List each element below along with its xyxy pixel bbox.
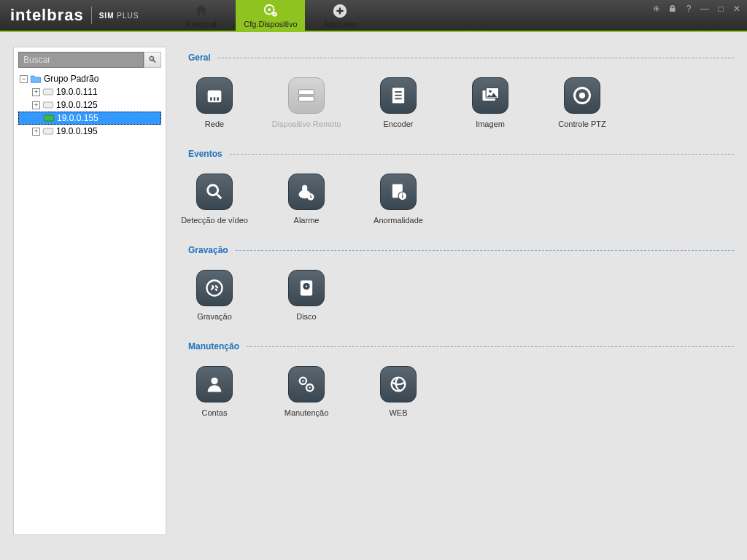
folder-icon [30, 74, 42, 84]
section-title: Gravação [188, 245, 734, 255]
item-label: WEB [389, 408, 407, 417]
item-disco[interactable]: Disco [286, 270, 327, 321]
svg-rect-14 [299, 96, 314, 101]
record-tools-icon [196, 270, 233, 306]
home-icon [193, 3, 209, 19]
window-controls: ⛯ 🔒︎ ? — □ ✕ [652, 4, 741, 14]
section-title: Geral [188, 52, 734, 63]
disk-icon [288, 270, 325, 306]
tree-node-selected[interactable]: 19.0.0.155 [18, 112, 161, 125]
collapse-icon[interactable]: − [20, 75, 28, 83]
maximize-icon[interactable]: □ [716, 4, 725, 14]
svg-rect-11 [214, 97, 215, 101]
svg-point-24 [208, 185, 218, 195]
item-label: Manutenção [285, 408, 329, 417]
svg-point-21 [489, 90, 492, 93]
item-anormalidade[interactable]: i Anormalidade [378, 174, 419, 225]
svg-rect-16 [395, 91, 401, 93]
svg-point-1 [268, 8, 271, 11]
help-icon[interactable]: ? [684, 4, 693, 14]
logo-separator [91, 7, 92, 24]
tab-adicionar[interactable]: Adicionar [305, 0, 374, 31]
logo-area: intelbras SIM PLUS [0, 0, 149, 31]
item-web[interactable]: WEB [378, 366, 419, 417]
item-label: Contas [202, 408, 228, 417]
section-geral: Geral Rede Dispositivo Remoto [188, 52, 734, 128]
svg-rect-26 [302, 185, 307, 194]
tree-node-label: 19.0.0.111 [56, 87, 98, 97]
section-title: Manutenção [188, 341, 734, 351]
lock-icon[interactable]: 🔒︎ [668, 4, 677, 14]
device-icon [42, 100, 54, 110]
item-deteccao-video[interactable]: Detecção de vídeo [194, 174, 235, 225]
close-icon[interactable]: ✕ [732, 4, 741, 14]
ptz-icon [564, 77, 600, 114]
expand-icon[interactable]: + [32, 101, 40, 109]
item-alarme[interactable]: Alarme [286, 174, 327, 225]
device-on-icon [43, 113, 55, 123]
product-name: SIM PLUS [99, 12, 139, 20]
expand-icon[interactable]: + [32, 128, 40, 136]
plus-circle-icon [332, 3, 348, 19]
item-label: Detecção de vídeo [181, 216, 248, 225]
svg-rect-12 [217, 97, 219, 101]
device-icon [42, 87, 54, 97]
item-imagem[interactable]: Imagem [470, 77, 511, 128]
tab-cfg-label: Cfg.Dispositivo [244, 20, 297, 28]
expand-icon[interactable]: + [32, 88, 40, 96]
tree-node[interactable]: + 19.0.0.195 [18, 125, 161, 138]
item-manutencao[interactable]: Manutenção [286, 366, 327, 417]
tree-root[interactable]: − Grupo Padrão [18, 72, 161, 85]
main-tabs: Principal Cfg.Dispositivo Adicionar [166, 0, 374, 31]
minimize-icon[interactable]: — [700, 4, 709, 14]
item-label: Encoder [384, 120, 414, 128]
item-gravacao[interactable]: Gravação [194, 270, 235, 321]
item-label: Controle PTZ [558, 120, 605, 128]
item-label: Dispositivo Remoto [272, 120, 341, 128]
svg-point-34 [306, 286, 307, 287]
item-controle-ptz[interactable]: Controle PTZ [562, 77, 603, 128]
tree-node[interactable]: + 19.0.0.111 [18, 85, 161, 98]
item-contas[interactable]: Contas [194, 366, 235, 417]
encoder-icon [380, 77, 417, 114]
item-encoder[interactable]: Encoder [378, 77, 419, 128]
svg-rect-5 [43, 89, 53, 95]
abnormality-icon: i [380, 174, 417, 210]
tab-principal[interactable]: Principal [166, 0, 236, 31]
svg-rect-7 [44, 115, 53, 121]
magnifier-icon: 🔍︎ [148, 55, 157, 65]
item-label: Alarme [294, 216, 320, 225]
svg-point-39 [309, 387, 311, 389]
svg-rect-10 [210, 97, 212, 101]
section-manutencao: Manutenção Contas Manutenção [188, 341, 734, 417]
svg-point-3 [274, 13, 275, 15]
camera-gear-icon [263, 3, 279, 19]
svg-rect-13 [299, 90, 314, 95]
item-label: Gravação [197, 312, 232, 321]
alarm-icon [288, 174, 325, 210]
item-label: Anormalidade [374, 216, 423, 225]
section-title: Eventos [188, 149, 734, 159]
network-icon [196, 77, 233, 114]
search-input[interactable] [18, 52, 144, 68]
tab-cfg-dispositivo[interactable]: Cfg.Dispositivo [236, 0, 305, 31]
tab-principal-label: Principal [186, 20, 217, 28]
tree-node-label: 19.0.0.155 [57, 113, 98, 123]
settings-content: Geral Rede Dispositivo Remoto [188, 47, 734, 545]
user-icon[interactable]: ⛯ [652, 4, 661, 14]
item-rede[interactable]: Rede [194, 77, 235, 128]
svg-rect-18 [395, 98, 401, 100]
web-icon [380, 366, 417, 402]
user-account-icon [196, 366, 233, 402]
tab-adicionar-label: Adicionar [323, 20, 357, 28]
svg-point-35 [211, 378, 217, 384]
svg-rect-6 [43, 102, 53, 108]
section-gravacao: Gravação Gravação Disco [188, 245, 734, 321]
remote-device-icon [288, 77, 325, 114]
tree-node[interactable]: + 19.0.0.125 [18, 98, 161, 112]
brand-logo: intelbras [10, 6, 84, 25]
svg-rect-17 [395, 95, 401, 96]
tree-node-label: 19.0.0.125 [56, 100, 98, 110]
search-button[interactable]: 🔍︎ [144, 52, 161, 68]
svg-point-38 [302, 380, 303, 381]
